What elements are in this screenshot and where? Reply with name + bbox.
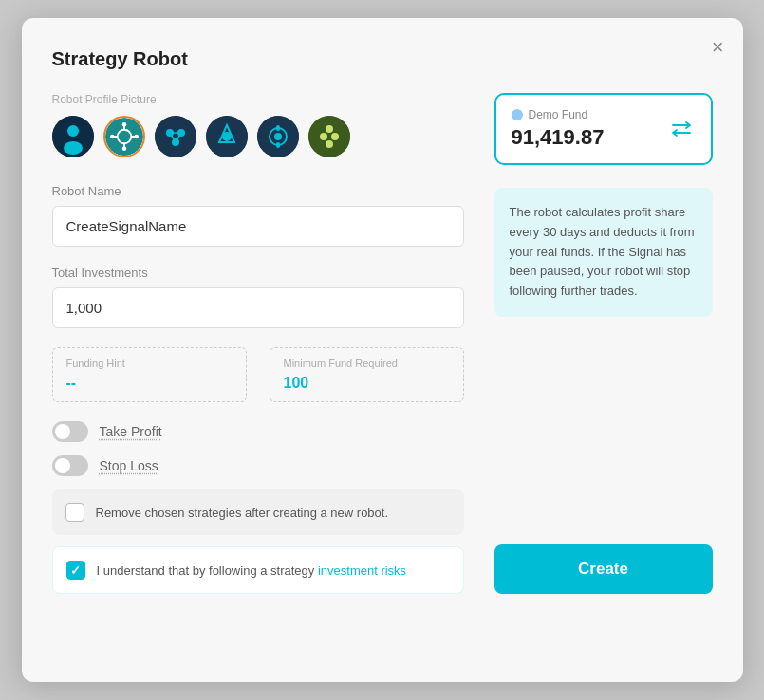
- svg-point-32: [326, 140, 333, 148]
- svg-point-25: [274, 133, 282, 140]
- fund-switch-button[interactable]: [667, 115, 696, 143]
- info-box: The robot calculates profit share every …: [494, 188, 713, 317]
- stop-loss-toggle[interactable]: [52, 455, 88, 476]
- create-button[interactable]: Create: [494, 544, 713, 594]
- fund-card: Demo Fund 91,419.87: [494, 93, 713, 165]
- profile-picture-label: Robot Profile Picture: [52, 93, 464, 106]
- stop-loss-row: Stop Loss: [52, 455, 464, 476]
- minimum-fund-box: Minimum Fund Required 100: [270, 347, 464, 402]
- strategy-robot-modal: Strategy Robot × Robot Profile Picture: [22, 18, 743, 682]
- svg-point-11: [110, 135, 115, 139]
- svg-point-12: [134, 135, 139, 139]
- svg-point-10: [121, 146, 126, 151]
- stop-loss-label: Stop Loss: [100, 458, 158, 473]
- svg-point-30: [331, 133, 339, 140]
- avatar-5[interactable]: [257, 116, 299, 157]
- svg-point-2: [64, 141, 83, 155]
- svg-point-9: [121, 122, 126, 127]
- svg-rect-27: [276, 142, 280, 148]
- avatar-6[interactable]: [308, 116, 350, 157]
- avatar-3[interactable]: [155, 116, 196, 157]
- fund-dot-icon: [512, 109, 523, 120]
- understand-row: I understand that by following a strateg…: [52, 546, 464, 594]
- robot-name-section: Robot Name: [52, 184, 464, 247]
- robot-name-label: Robot Name: [52, 184, 464, 198]
- svg-point-28: [308, 116, 350, 157]
- left-column: Robot Profile Picture: [52, 93, 464, 594]
- remove-strategies-text: Remove chosen strategies after creating …: [96, 506, 389, 520]
- svg-point-22: [222, 132, 232, 141]
- remove-strategies-row: Remove chosen strategies after creating …: [52, 489, 464, 535]
- total-investments-input[interactable]: [52, 287, 464, 328]
- right-column: Demo Fund 91,419.87 The robot calculates…: [494, 93, 713, 594]
- fund-name: Demo Fund: [529, 108, 588, 121]
- take-profit-label: Take Profit: [100, 424, 162, 439]
- remove-strategies-checkbox[interactable]: [65, 503, 84, 522]
- modal-title: Strategy Robot: [52, 48, 713, 70]
- funding-hint-value: --: [66, 375, 233, 392]
- svg-point-31: [326, 125, 333, 133]
- avatar-1[interactable]: [52, 116, 94, 157]
- fund-amount: 91,419.87: [512, 125, 605, 150]
- understand-text: I understand that by following a strateg…: [97, 563, 407, 578]
- svg-point-1: [67, 125, 79, 137]
- total-investments-label: Total Investments: [52, 266, 464, 280]
- take-profit-row: Take Profit: [52, 421, 464, 442]
- total-investments-section: Total Investments: [52, 266, 464, 328]
- avatar-2[interactable]: [103, 116, 145, 157]
- svg-point-13: [155, 116, 196, 157]
- funding-hint-label: Funding Hint: [66, 358, 233, 369]
- understand-checkbox[interactable]: [66, 561, 85, 580]
- avatar-4[interactable]: [206, 116, 248, 157]
- fund-card-left: Demo Fund 91,419.87: [512, 108, 605, 150]
- svg-point-29: [320, 133, 327, 140]
- funding-hint-box: Funding Hint --: [52, 347, 247, 402]
- profile-picture-section: Robot Profile Picture: [52, 93, 464, 157]
- avatar-row: [52, 116, 464, 157]
- hint-row: Funding Hint -- Minimum Fund Required 10…: [52, 347, 464, 402]
- fund-name-row: Demo Fund: [512, 108, 605, 121]
- robot-name-input[interactable]: [52, 206, 464, 247]
- close-button[interactable]: ×: [712, 37, 724, 58]
- investment-risks-link[interactable]: investment risks: [318, 563, 406, 578]
- svg-rect-26: [276, 125, 280, 131]
- minimum-fund-value: 100: [284, 375, 450, 392]
- take-profit-toggle[interactable]: [52, 421, 88, 442]
- minimum-fund-label: Minimum Fund Required: [284, 358, 450, 369]
